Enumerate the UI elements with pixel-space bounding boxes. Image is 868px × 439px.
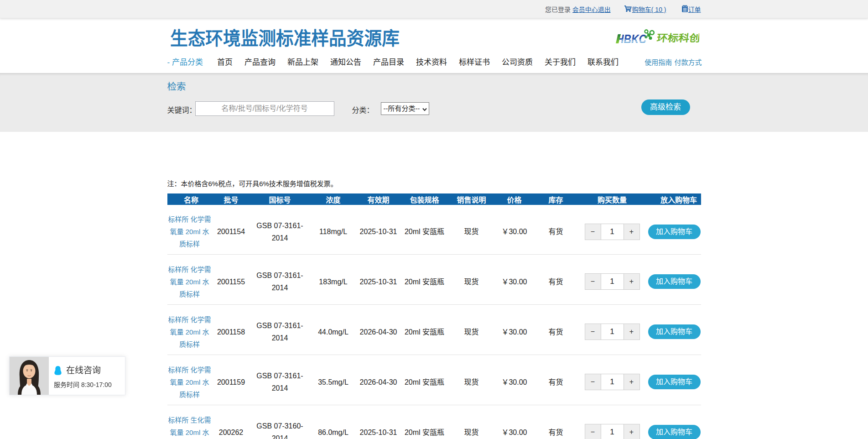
svg-text:HBKC: HBKC — [616, 32, 646, 46]
svg-text:环标科创: 环标科创 — [656, 32, 699, 44]
